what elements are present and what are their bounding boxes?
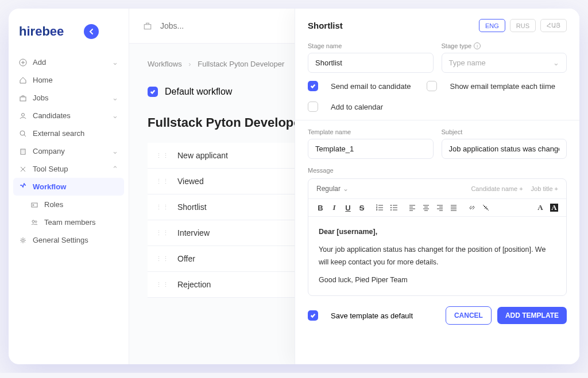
svg-point-4 <box>20 131 25 135</box>
nav-add-label: Add <box>33 58 46 67</box>
svg-point-0 <box>84 24 99 39</box>
nav-workflow-label: Workflow <box>33 182 66 191</box>
show-template-label: Show email template each tiime <box>450 82 555 91</box>
drag-handle-icon[interactable]: ⋮⋮ <box>156 178 169 185</box>
ordered-list-button[interactable]: 123 <box>376 204 384 212</box>
nav-company[interactable]: Company ⌄ <box>9 142 129 160</box>
nav-general-settings[interactable]: General Settings <box>9 231 129 249</box>
insert-job-title[interactable]: Job title + <box>531 185 558 192</box>
subject-input[interactable] <box>442 139 567 159</box>
nav-candidates[interactable]: Candidates ⌄ <box>9 107 129 124</box>
show-template-checkbox[interactable] <box>427 81 437 91</box>
breadcrumb-sep: › <box>188 60 191 68</box>
add-template-button[interactable]: ADD TEMPLATE <box>497 307 567 324</box>
add-calendar-label: Add to calendar <box>331 103 383 111</box>
collapse-sidebar-button[interactable] <box>80 20 103 43</box>
text-color-button[interactable]: A <box>536 204 544 212</box>
chevron-down-icon: ⌄ <box>343 185 349 193</box>
unlink-button[interactable] <box>482 204 490 212</box>
nav-jobs-label: Jobs <box>33 93 48 102</box>
stage-label: Interview <box>177 228 210 237</box>
stage-label: Viewed <box>177 177 204 186</box>
insert-candidate-name[interactable]: Candidate name + <box>471 185 523 192</box>
stage-type-placeholder: Type name <box>449 59 486 67</box>
message-textarea[interactable]: Dear [username], Your job application st… <box>308 217 566 295</box>
highlight-button[interactable]: A <box>550 204 558 212</box>
divider <box>295 120 579 120</box>
main-area: Workflows › Fullstack Pyton Developer De… <box>129 9 579 364</box>
email-greeting: Dear [username], <box>319 228 377 236</box>
svg-text:3: 3 <box>376 208 378 211</box>
lang-rus-button[interactable]: RUS <box>510 19 536 32</box>
briefcase-icon <box>143 21 152 30</box>
align-left-button[interactable] <box>408 204 416 212</box>
nav-external-label: External search <box>33 129 84 138</box>
stage-type-select[interactable]: Type name ⌄ <box>442 53 567 73</box>
drag-handle-icon[interactable]: ⋮⋮ <box>156 281 169 289</box>
strikethrough-button[interactable]: S <box>358 204 366 212</box>
chevron-up-icon: ⌃ <box>112 165 118 173</box>
language-switcher: ENG RUS ՀԱՅ <box>479 19 567 32</box>
add-calendar-check-row[interactable]: Add to calendar <box>308 102 567 112</box>
unordered-list-button[interactable] <box>390 204 398 212</box>
nav-team[interactable]: Team members <box>9 213 129 231</box>
send-email-checkbox[interactable] <box>308 81 318 91</box>
app-container: hirebee Add ⌄ Home Jobs ⌄ Candidates ⌄ E… <box>9 9 579 364</box>
show-template-check-row[interactable]: Show email template each tiime <box>427 81 555 91</box>
nav-general-label: General Settings <box>33 236 88 244</box>
nav-company-label: Company <box>33 147 65 155</box>
tools-icon <box>19 165 27 173</box>
stage-name-input[interactable] <box>308 53 434 73</box>
nav-workflow[interactable]: Workflow <box>13 178 124 196</box>
svg-point-3 <box>22 113 25 116</box>
nav-home-label: Home <box>33 76 53 84</box>
nav-tool-setup[interactable]: Tool Setup ⌃ <box>9 160 129 178</box>
briefcase-icon <box>19 94 27 102</box>
stage-name-label: Stage name <box>308 42 434 49</box>
align-justify-button[interactable] <box>450 204 458 212</box>
align-center-button[interactable] <box>422 204 430 212</box>
nav-add[interactable]: Add ⌄ <box>9 53 129 71</box>
user-icon <box>19 112 27 120</box>
drag-handle-icon[interactable]: ⋮⋮ <box>156 204 169 211</box>
drag-handle-icon[interactable]: ⋮⋮ <box>156 255 169 263</box>
nav-team-label: Team members <box>44 218 96 227</box>
bold-button[interactable]: B <box>316 204 324 212</box>
nav-candidates-label: Candidates <box>33 111 71 120</box>
stage-label: Offer <box>177 254 195 263</box>
gear-icon <box>19 236 27 244</box>
save-default-label: Save template as default <box>331 311 413 320</box>
template-name-input[interactable] <box>308 139 434 159</box>
message-editor: Regular ⌄ Candidate name + Job title + B… <box>308 178 567 296</box>
default-workflow-checkbox[interactable] <box>148 87 158 97</box>
font-style-dropdown[interactable]: Regular ⌄ <box>316 185 349 193</box>
link-button[interactable] <box>468 204 476 212</box>
nav-roles[interactable]: Roles <box>9 196 129 213</box>
svg-rect-11 <box>144 25 150 29</box>
italic-button[interactable]: I <box>330 204 338 212</box>
chevron-down-icon: ⌄ <box>112 58 118 67</box>
save-default-checkbox[interactable] <box>308 310 318 321</box>
subject-label: Subject <box>442 128 567 135</box>
home-icon <box>19 76 27 84</box>
drag-handle-icon[interactable]: ⋮⋮ <box>156 152 169 159</box>
drag-handle-icon[interactable]: ⋮⋮ <box>156 229 169 237</box>
cancel-button[interactable]: CANCEL <box>446 306 492 325</box>
nav-jobs[interactable]: Jobs ⌄ <box>9 89 129 107</box>
send-email-check-row[interactable]: Send email to candidate <box>308 81 411 91</box>
stage-label: New applicant <box>177 151 228 160</box>
add-calendar-checkbox[interactable] <box>308 102 318 112</box>
email-body: Your job application status has changet … <box>319 244 556 268</box>
underline-button[interactable]: U <box>344 204 352 212</box>
logo-row: hirebee <box>9 20 129 53</box>
align-right-button[interactable] <box>436 204 444 212</box>
chevron-down-icon: ⌄ <box>112 147 118 155</box>
nav-home[interactable]: Home <box>9 71 129 89</box>
send-email-label: Send email to candidate <box>331 82 411 91</box>
lang-arm-button[interactable]: ՀԱՅ <box>540 19 567 32</box>
breadcrumb-root[interactable]: Workflows <box>148 60 182 68</box>
panel-footer: Save template as default CANCEL ADD TEMP… <box>308 306 567 325</box>
nav-external-search[interactable]: External search <box>9 124 129 142</box>
info-icon[interactable]: i <box>474 42 481 49</box>
lang-eng-button[interactable]: ENG <box>479 19 505 32</box>
